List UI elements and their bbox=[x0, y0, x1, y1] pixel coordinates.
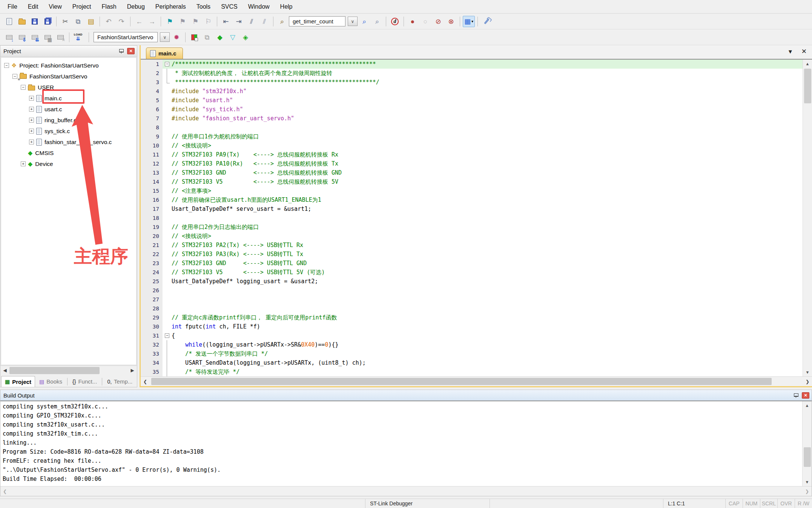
target-combo-arrow[interactable]: ∨ bbox=[160, 32, 170, 42]
download-icon[interactable]: LOAD⇊ bbox=[72, 32, 84, 43]
document-list-icon[interactable]: ▼ bbox=[787, 49, 793, 54]
rebuild-icon[interactable]: ⇊ bbox=[29, 32, 41, 43]
panel-tab-books[interactable]: ▤Books bbox=[36, 376, 66, 387]
menu-view[interactable]: View bbox=[43, 2, 67, 12]
find-icon[interactable]: ⌕ bbox=[358, 16, 370, 27]
menu-peripherals[interactable]: Peripherals bbox=[150, 2, 191, 12]
build-output-vscrollbar[interactable]: ▲ ▼ bbox=[802, 401, 812, 486]
vscroll-up-icon[interactable]: ▲ bbox=[803, 60, 812, 68]
save-all-icon[interactable] bbox=[41, 16, 54, 27]
tree-item-device[interactable]: +◆Device bbox=[1, 158, 136, 169]
panel-tab-project[interactable]: ▦Project bbox=[1, 376, 35, 387]
insert-breakpoint-icon[interactable]: ● bbox=[407, 16, 419, 27]
panel-tab-funct[interactable]: {}Funct... bbox=[69, 376, 100, 387]
menu-help[interactable]: Help bbox=[275, 2, 298, 12]
clear-bookmarks-icon[interactable]: ⚐ bbox=[202, 16, 214, 27]
tab-main-c[interactable]: main.c bbox=[146, 48, 183, 59]
tree-expander-icon[interactable]: + bbox=[29, 96, 34, 101]
build-icon[interactable]: ⇩ bbox=[16, 32, 28, 43]
configure-icon[interactable] bbox=[480, 16, 493, 27]
code-editor[interactable]: 1−/*************************************… bbox=[141, 60, 803, 376]
cut-icon[interactable]: ✂ bbox=[59, 16, 71, 27]
tree-expander-icon[interactable]: + bbox=[29, 140, 34, 144]
editor-vscrollbar[interactable]: ▲ ▼ bbox=[803, 60, 812, 376]
hscroll-right-icon[interactable]: ▶ bbox=[128, 365, 137, 375]
fold-collapse-icon[interactable]: − bbox=[165, 62, 169, 66]
tree-item-ring-buffer-c[interactable]: +ring_buffer.c bbox=[1, 115, 136, 126]
tree-expander-icon[interactable]: + bbox=[21, 161, 26, 166]
hscroll-thumb[interactable] bbox=[9, 367, 100, 374]
vscroll-up-icon[interactable]: ▲ bbox=[803, 401, 812, 410]
menu-flash[interactable]: Flash bbox=[97, 2, 122, 12]
tree-item-fashionstaruartservo[interactable]: −✳FashionStarUartServo bbox=[1, 71, 136, 82]
toggle-bookmark-icon[interactable]: ⚑ bbox=[164, 16, 176, 27]
fold-collapse-icon[interactable]: − bbox=[165, 333, 169, 338]
build-output-log[interactable]: compiling system_stm32f10x.c...compiling… bbox=[0, 401, 802, 486]
hscroll-left-icon[interactable]: ❮ bbox=[141, 377, 150, 387]
tree-item-cmsis[interactable]: ◆CMSIS bbox=[1, 147, 136, 158]
vscroll-thumb[interactable] bbox=[804, 447, 811, 467]
comment-icon[interactable]: ⫽ bbox=[246, 16, 258, 27]
uncomment-icon[interactable]: ⫽ bbox=[258, 16, 270, 27]
manage-project-items-icon[interactable] bbox=[188, 32, 200, 43]
fold-column[interactable]: − bbox=[163, 331, 172, 340]
tree-expander-icon[interactable]: + bbox=[29, 107, 34, 112]
tree-expander-icon[interactable]: − bbox=[21, 85, 26, 90]
kill-all-breakpoints-icon[interactable]: ⊗ bbox=[445, 16, 457, 27]
pin-icon[interactable] bbox=[119, 49, 123, 54]
search-combo[interactable]: get_timer_count bbox=[289, 16, 345, 26]
copy-icon[interactable]: ⧉ bbox=[72, 16, 84, 27]
tree-expander-icon[interactable]: + bbox=[29, 118, 34, 123]
window-list-icon[interactable]: ▦▾ bbox=[463, 16, 475, 27]
project-panel-hscrollbar[interactable]: ◀ ▶ bbox=[0, 365, 137, 374]
search-combo-arrow[interactable]: ∨ bbox=[348, 17, 358, 26]
menu-debug[interactable]: Debug bbox=[122, 2, 150, 12]
tree-expander-icon[interactable]: − bbox=[4, 63, 9, 68]
select-packs-icon[interactable]: ▽ bbox=[227, 32, 239, 43]
close-build-output-button[interactable]: ✕ bbox=[802, 392, 809, 399]
close-project-panel-button[interactable]: ✕ bbox=[127, 48, 135, 54]
hscroll-right-icon[interactable]: ❯ bbox=[803, 377, 812, 387]
save-icon[interactable] bbox=[29, 16, 41, 27]
vscroll-down-icon[interactable]: ▼ bbox=[803, 368, 812, 376]
pack-installer-icon[interactable]: ◈ bbox=[239, 32, 252, 43]
tree-expander-icon[interactable]: + bbox=[29, 129, 34, 134]
tree-item-project-fashionstaruartservo[interactable]: −❖Project: FashionStarUartServo bbox=[1, 60, 136, 71]
tree-item-usart-c[interactable]: +usart.c bbox=[1, 104, 136, 115]
prev-bookmark-icon[interactable]: ⚑ bbox=[177, 16, 189, 27]
project-tree[interactable]: −❖Project: FashionStarUartServo−✳Fashion… bbox=[1, 57, 137, 365]
enable-breakpoint-icon[interactable]: ○ bbox=[419, 16, 431, 27]
menu-svcs[interactable]: SVCS bbox=[216, 2, 243, 12]
vscroll-thumb[interactable] bbox=[804, 69, 811, 103]
manage-rte-icon[interactable]: ◆ bbox=[214, 32, 226, 43]
start-debug-session-icon[interactable]: d bbox=[389, 16, 401, 27]
tree-item-user[interactable]: −USER bbox=[1, 82, 136, 93]
build-output-hscrollbar[interactable]: ❮ ❯ bbox=[0, 486, 812, 496]
undo-icon[interactable]: ↶ bbox=[103, 16, 115, 27]
back-icon[interactable]: ← bbox=[133, 16, 145, 27]
next-bookmark-icon[interactable]: ⚑ bbox=[189, 16, 201, 27]
vscroll-track[interactable] bbox=[803, 68, 812, 368]
disable-all-breakpoints-icon[interactable]: ⊘ bbox=[432, 16, 444, 27]
tree-item-sys-tick-c[interactable]: +sys_tick.c bbox=[1, 126, 136, 137]
menu-file[interactable]: File bbox=[2, 2, 23, 12]
menu-edit[interactable]: Edit bbox=[23, 2, 44, 12]
editor-hscrollbar[interactable]: ❮ ❯ bbox=[141, 376, 812, 386]
fold-column[interactable]: − bbox=[163, 60, 172, 69]
hscroll-thumb[interactable] bbox=[151, 378, 772, 385]
pin-icon[interactable] bbox=[794, 393, 798, 398]
hscroll-left-icon[interactable]: ◀ bbox=[0, 365, 9, 375]
indent-icon[interactable]: ⇥ bbox=[233, 16, 245, 27]
redo-icon[interactable]: ↷ bbox=[115, 16, 127, 27]
paste-icon[interactable]: ▤ bbox=[85, 16, 97, 27]
tree-item-fashion-star-uart-servo-c[interactable]: +fashion_star_uart_servo.c bbox=[1, 137, 136, 147]
file-extensions-icon[interactable]: ⧉ bbox=[201, 32, 213, 43]
tree-expander-icon[interactable]: − bbox=[12, 74, 17, 79]
target-options-icon[interactable]: ✹ bbox=[170, 32, 183, 43]
new-file-icon[interactable] bbox=[3, 16, 15, 27]
hscroll-left-icon[interactable]: ❮ bbox=[0, 487, 9, 496]
stop-build-icon[interactable]: × bbox=[54, 32, 66, 43]
translate-icon[interactable]: ↓ bbox=[3, 32, 15, 43]
close-document-icon[interactable]: ✕ bbox=[801, 48, 807, 55]
hscroll-track[interactable] bbox=[9, 487, 803, 496]
